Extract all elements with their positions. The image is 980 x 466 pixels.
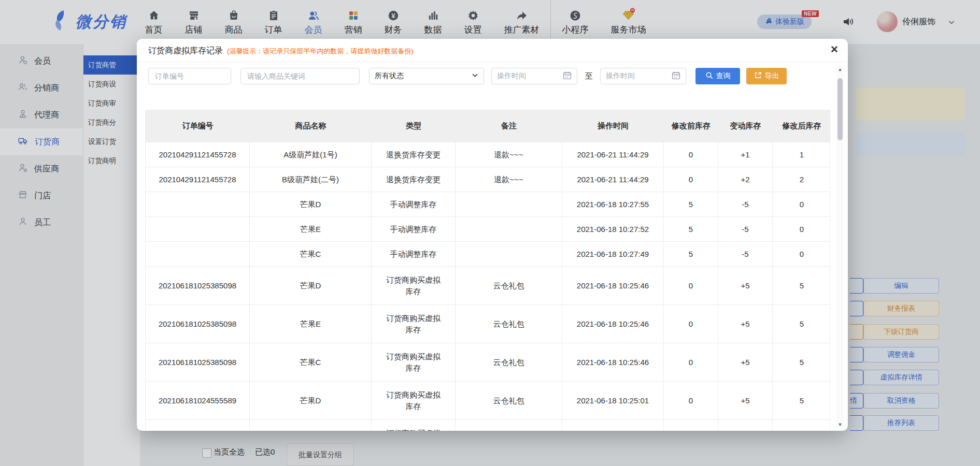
scroll-up-icon[interactable]: ▲ bbox=[836, 67, 844, 72]
status-select-value: 所有状态 bbox=[375, 71, 472, 81]
date-end-placeholder: 操作时间 bbox=[606, 71, 672, 81]
table-cell: 202106181025385098 bbox=[146, 343, 250, 381]
table-cell bbox=[718, 420, 773, 431]
table-cell: 订货商购买虚拟库存 bbox=[372, 305, 456, 343]
table-cell: 2 bbox=[773, 167, 831, 192]
table-cell: 202104291121455728 bbox=[146, 167, 250, 192]
table-cell bbox=[456, 192, 562, 216]
export-icon bbox=[754, 71, 762, 81]
table-cell: 订货商购买虚拟库存 bbox=[372, 343, 456, 381]
table-cell: 0 bbox=[664, 267, 718, 304]
table-cell: 芒果C bbox=[250, 343, 372, 381]
table-cell: +5 bbox=[718, 382, 773, 419]
table-cell: 0 bbox=[664, 343, 718, 381]
date-start-placeholder: 操作时间 bbox=[497, 71, 563, 81]
virtual-stock-record-modal: 订货商虚拟库存记录(温馨提示：该记录只保留半年内的数据，请提前做好数据备份) ✕… bbox=[137, 39, 848, 431]
table-cell bbox=[146, 217, 250, 241]
table-cell: 5 bbox=[664, 242, 718, 266]
column-header-3: 类型 bbox=[372, 110, 456, 142]
search-icon bbox=[705, 71, 713, 81]
search-button-label: 查询 bbox=[716, 71, 731, 81]
table-cell: 芒果E bbox=[250, 217, 372, 241]
column-header-5: 操作时间 bbox=[562, 110, 664, 142]
table-cell: +5 bbox=[718, 305, 773, 343]
table-cell: 芒果E bbox=[250, 305, 372, 343]
table-cell: -5 bbox=[718, 192, 773, 216]
table-cell: 退换货库存变更 bbox=[372, 167, 456, 192]
table-cell bbox=[664, 420, 718, 431]
table-cell: 手动调整库存 bbox=[372, 242, 456, 266]
table-cell: 手动调整库存 bbox=[372, 217, 456, 241]
table-cell: 退款~~~ bbox=[456, 142, 562, 167]
table-cell: 2021-06-21 11:44:29 bbox=[562, 142, 664, 167]
table-cell: B级葫芦娃(二号) bbox=[250, 167, 372, 192]
table-cell: 手动调整库存 bbox=[372, 192, 456, 216]
table-row-5: 芒果C手动调整库存2021-06-18 10:27:495-50 bbox=[146, 242, 830, 267]
column-header-8: 修改后库存 bbox=[773, 110, 831, 142]
column-header-2: 商品名称 bbox=[250, 110, 372, 142]
table-cell: 芒果D bbox=[250, 267, 372, 304]
search-button[interactable]: 查询 bbox=[695, 68, 740, 84]
date-start-input[interactable]: 操作时间 bbox=[491, 68, 577, 84]
table-cell: 退款~~~ bbox=[456, 167, 562, 192]
close-icon[interactable]: ✕ bbox=[830, 43, 839, 55]
export-button[interactable]: 导出 bbox=[746, 68, 787, 84]
table-cell: 0 bbox=[664, 167, 718, 192]
table-cell: 0 bbox=[664, 142, 718, 167]
table-cell: +5 bbox=[718, 343, 773, 381]
order-no-field[interactable] bbox=[154, 71, 225, 81]
modal-title: 订货商虚拟库存记录 bbox=[148, 46, 223, 55]
table-cell: 5 bbox=[664, 217, 718, 241]
table-cell: 云仓礼包 bbox=[456, 382, 562, 419]
keyword-input[interactable] bbox=[240, 68, 360, 84]
select-caret-icon bbox=[472, 72, 478, 80]
table-cell: 0 bbox=[773, 217, 831, 241]
records-table: 订单编号商品名称类型备注操作时间修改前库存变动库存修改后库存2021042911… bbox=[145, 110, 830, 431]
table-cell: 0 bbox=[773, 192, 831, 216]
status-select[interactable]: 所有状态 bbox=[369, 68, 484, 84]
table-cell: -5 bbox=[718, 217, 773, 241]
table-cell: 云仓礼包 bbox=[456, 305, 562, 343]
table-row-7: 202106181025385098芒果E订货商购买虚拟库存云仓礼包2021-0… bbox=[146, 305, 830, 343]
table-cell: 202106181024555589 bbox=[146, 382, 250, 419]
table-cell: 2021-06-21 11:44:29 bbox=[562, 167, 664, 192]
table-row-6: 202106181025385098芒果D订货商购买虚拟库存云仓礼包2021-0… bbox=[146, 267, 830, 305]
keyword-field[interactable] bbox=[246, 71, 354, 81]
order-no-input[interactable] bbox=[148, 68, 231, 84]
table-cell: 芒果D bbox=[250, 382, 372, 419]
table-cell: 芒果C bbox=[250, 242, 372, 266]
table-cell bbox=[146, 420, 250, 431]
table-cell bbox=[773, 420, 831, 431]
table-cell: +5 bbox=[718, 267, 773, 304]
date-end-input[interactable]: 操作时间 bbox=[600, 68, 686, 84]
table-cell: 订货商购买虚拟库存 bbox=[372, 420, 456, 431]
scrollbar-thumb[interactable] bbox=[837, 78, 843, 140]
table-cell: 2021-06-18 10:25:46 bbox=[562, 267, 664, 304]
page: 微分销 首页店铺商品订单会员营销¥财务数据设置推广素材小程序H服务市场 体验新版… bbox=[0, 0, 980, 466]
modal-title-row: 订货商虚拟库存记录(温馨提示：该记录只保留半年内的数据，请提前做好数据备份) bbox=[148, 46, 414, 56]
table-row-3: 芒果D手动调整库存2021-06-18 10:27:555-50 bbox=[146, 192, 830, 217]
table-row-4: 芒果E手动调整库存2021-06-18 10:27:525-50 bbox=[146, 217, 830, 242]
modal-scrollbar[interactable]: ▲ ▼ bbox=[836, 66, 844, 428]
table-row-8: 202106181025385098芒果C订货商购买虚拟库存云仓礼包2021-0… bbox=[146, 343, 830, 382]
table-cell: 1 bbox=[773, 142, 831, 167]
modal-divider bbox=[137, 62, 848, 62]
table-cell: +1 bbox=[718, 142, 773, 167]
table-cell: 订货商购买虚拟库存 bbox=[372, 382, 456, 419]
table-cell: 2021-06-18 10:27:49 bbox=[562, 242, 664, 266]
table-cell: 5 bbox=[664, 192, 718, 216]
scroll-down-icon[interactable]: ▼ bbox=[836, 422, 844, 427]
column-header-7: 变动库存 bbox=[718, 110, 773, 142]
table-row-9: 202106181024555589芒果D订货商购买虚拟库存云仓礼包2021-0… bbox=[146, 382, 830, 420]
table-cell bbox=[146, 192, 250, 216]
table-cell: 芒果D bbox=[250, 192, 372, 216]
table-header-row: 订单编号商品名称类型备注操作时间修改前库存变动库存修改后库存 bbox=[146, 110, 830, 142]
table-cell bbox=[456, 217, 562, 241]
table-cell: 202106181025385098 bbox=[146, 267, 250, 304]
table-cell: 0 bbox=[664, 305, 718, 343]
table-cell: 2021-06-18 10:27:55 bbox=[562, 192, 664, 216]
column-header-6: 修改前库存 bbox=[664, 110, 718, 142]
table-cell: 0 bbox=[773, 242, 831, 266]
calendar-icon bbox=[563, 71, 572, 81]
modal-warning: (温馨提示：该记录只保留半年内的数据，请提前做好数据备份) bbox=[227, 47, 414, 55]
